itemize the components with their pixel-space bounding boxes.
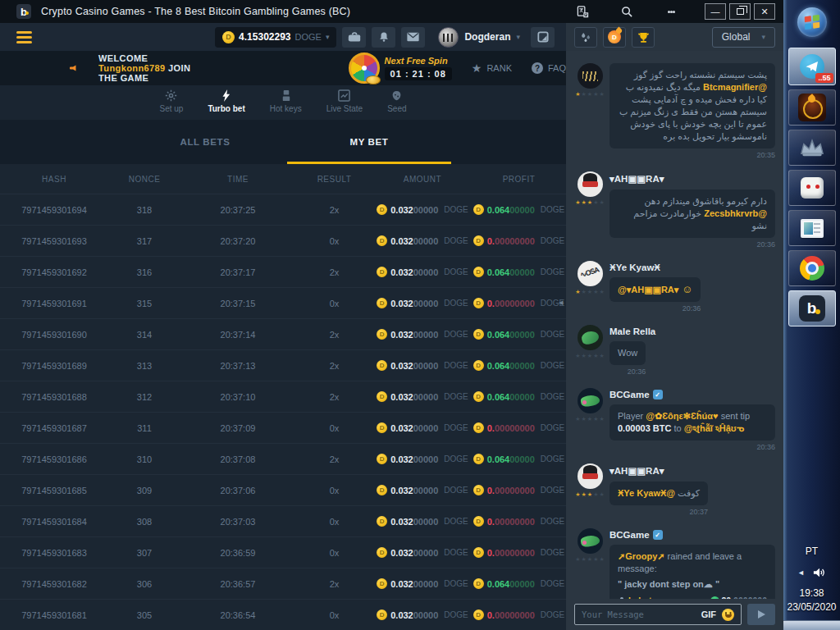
turbo-bet-button[interactable]: Turbo bet — [208, 89, 244, 113]
setup-button[interactable]: Set up — [159, 89, 183, 113]
close-button[interactable]: ✕ — [754, 3, 775, 20]
chat-username[interactable]: BCGame ✓ — [609, 530, 775, 540]
chat-channel-selector[interactable]: Global ▾ — [712, 27, 775, 48]
avatar[interactable] — [578, 63, 603, 89]
messages-mail-button[interactable] — [401, 27, 425, 48]
minimize-button[interactable]: — — [705, 3, 726, 20]
avatar[interactable] — [578, 528, 603, 554]
live-state-button[interactable]: Live State — [326, 89, 363, 113]
doge-coin-icon: D — [377, 298, 387, 308]
table-row[interactable]: 7971459301691 315 20:37:15 0x D 0.032000… — [0, 287, 566, 318]
windows-logo-icon — [797, 7, 827, 37]
gif-button[interactable]: GIF — [701, 609, 716, 619]
taskbar-crown-app-button[interactable] — [788, 130, 836, 166]
chat-username[interactable]: ▾AH▣▣RA▾ — [609, 173, 775, 185]
table-row[interactable]: 7971459301693 317 20:37:20 0x D 0.032000… — [0, 225, 566, 256]
translate-icon[interactable] — [572, 3, 593, 20]
table-row[interactable]: 7971459301689 313 20:37:13 2x D 0.032000… — [0, 349, 566, 381]
taskbar-telegram-button[interactable]: ..55 — [788, 48, 836, 85]
amount-currency: DOGE — [444, 517, 468, 526]
chat-mention[interactable]: @▾AH▣▣RA▾ — [618, 285, 678, 294]
avatar[interactable] — [578, 463, 603, 489]
chat-mention[interactable]: @✿Ɛôηε✼Ɛĥúα♥ — [646, 411, 718, 421]
table-row[interactable]: 7971459301684 308 20:37:03 0x D 0.032000… — [0, 505, 566, 536]
doge-coin-icon: D — [377, 609, 387, 620]
menu-kebab-icon[interactable] — [660, 3, 682, 20]
faq-link[interactable]: ? FAQ — [532, 62, 566, 74]
clock-date: 23/05/2020 — [783, 600, 840, 614]
seed-button[interactable]: Seed — [387, 89, 406, 113]
col-profit: PROFIT — [472, 175, 566, 184]
chat-collapse-handle[interactable]: ◂ — [559, 297, 564, 308]
taskbar-dice-app-button[interactable] — [788, 170, 836, 206]
start-button[interactable] — [788, 3, 836, 41]
volume-icon[interactable] — [813, 567, 826, 578]
emoji-button[interactable] — [722, 609, 734, 621]
bet-result: 0x — [295, 299, 373, 308]
show-hidden-icons-button[interactable]: ◄ — [797, 568, 805, 577]
fireball-icon[interactable]: D — [603, 27, 626, 48]
star-icon: ★ — [599, 353, 604, 359]
taskbar-bcgame-button[interactable]: b — [788, 290, 836, 326]
avatar[interactable] — [578, 388, 603, 413]
wallet-button[interactable] — [342, 27, 366, 48]
table-row[interactable]: 7971459301692 316 20:37:17 2x D 0.032000… — [0, 256, 566, 287]
hot-keys-button[interactable]: Hot keys — [270, 89, 302, 113]
tab-all-bets[interactable]: ALL BETS — [123, 120, 287, 164]
notifications-bell-button[interactable] — [372, 27, 395, 48]
tab-my-bet[interactable]: MY BET — [287, 120, 451, 164]
chat-mention[interactable]: @ঽʈĥẫĩ ঽĤậʊᓀ — [684, 423, 744, 433]
chat-mention[interactable]: @Zecsbhkrvrb — [704, 208, 767, 218]
avatar[interactable] — [578, 325, 603, 350]
table-row[interactable]: 7971459301683 307 20:36:59 0x D 0.032000… — [0, 536, 566, 568]
chat-toggle-button[interactable] — [531, 27, 555, 48]
chat-username[interactable]: ▾AH▣▣RA▾ — [609, 465, 775, 477]
chat-message-input[interactable] — [582, 609, 696, 619]
chat-mention[interactable]: @Btcmagnifier — [703, 82, 767, 92]
bet-nonce: 310 — [108, 454, 180, 464]
table-row[interactable]: 7971459301690 314 20:37:14 2x D 0.032000… — [0, 318, 566, 349]
send-message-button[interactable] — [747, 604, 775, 625]
table-row[interactable]: 7971459301686 310 20:37:08 2x D 0.032000… — [0, 443, 566, 474]
show-desktop-button[interactable] — [783, 620, 840, 630]
rank-link[interactable]: ★ RANK — [472, 62, 512, 75]
chat-text-segment: ☺ — [678, 283, 692, 295]
balance-currency: DOGE — [295, 32, 322, 42]
bet-result: 2x — [295, 205, 373, 215]
hamburger-menu-icon[interactable] — [16, 29, 32, 46]
table-row[interactable]: 7971459301682 306 20:36:57 2x D 0.032000… — [0, 568, 566, 599]
user-menu[interactable]: Dogderan ▾ — [438, 27, 520, 48]
chat-bubble: Player @✿Ɛôηε✼Ɛĥúα♥ sent tip 0.00003 BTC… — [609, 404, 775, 441]
search-icon[interactable] — [616, 3, 637, 20]
table-row[interactable]: 7971459301685 309 20:37:06 0x D 0.032000… — [0, 474, 566, 505]
taskbar-window-app-button[interactable] — [788, 210, 836, 246]
avatar[interactable] — [578, 171, 603, 197]
table-row[interactable]: 7971459301687 311 20:37:09 0x D 0.032000… — [0, 412, 566, 443]
rain-icon[interactable] — [574, 27, 597, 48]
avatar[interactable] — [578, 261, 603, 286]
taskbar-clock[interactable]: 19:38 23/05/2020 — [783, 587, 840, 615]
chat-mention[interactable]: ➚Groopy➚ — [618, 551, 665, 561]
chat-message: ★★★★★ BCGame ✓ ➚Groopy➚ rained and leave… — [573, 528, 775, 599]
chat-username[interactable]: ӾYe KyawӾ — [609, 262, 775, 272]
language-indicator[interactable]: PT — [783, 546, 840, 557]
taskbar-conquer-game-button[interactable] — [788, 89, 836, 126]
welcome-label: WELCOME — [98, 53, 148, 63]
restore-button[interactable] — [729, 3, 751, 20]
table-row[interactable]: 7971459301681 305 20:36:54 0x D 0.032000… — [0, 599, 566, 630]
profit-currency: DOGE — [541, 610, 564, 619]
chat-mention[interactable]: @ӾYe KyawӾ — [618, 488, 675, 498]
chat-username[interactable]: Male Rella — [609, 326, 775, 336]
screen: b Crypto Casino Games - The 8 Best Bitco… — [0, 0, 840, 630]
table-row[interactable]: 7971459301694 318 20:37:25 2x D 0.032000… — [0, 194, 566, 225]
bet-result: 2x — [295, 361, 373, 371]
chat-input-box[interactable]: GIF — [574, 604, 742, 625]
trophy-icon[interactable] — [632, 27, 655, 48]
profit-cell: D 0.06400000 DOGE — [472, 578, 566, 589]
free-spin-widget[interactable]: Next Free Spin 01 : 21 : 08 — [349, 52, 452, 84]
table-row[interactable]: 7971459301688 312 20:37:10 2x D 0.032000… — [0, 381, 566, 412]
chat-username[interactable]: BCGame ✓ — [609, 390, 775, 399]
welcome-banner: WELCOME Tungkonn6789 JOIN THE GAME Next … — [0, 51, 566, 85]
balance-selector[interactable]: D 4.15302293 DOGE ▾ — [215, 27, 336, 48]
taskbar-chrome-button[interactable] — [788, 250, 836, 286]
